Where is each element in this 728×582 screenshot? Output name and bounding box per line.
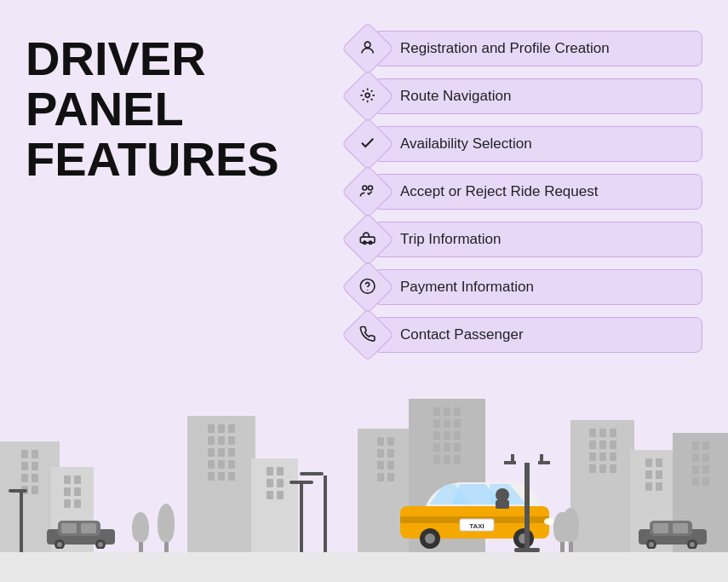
svg-rect-11 (81, 523, 96, 533)
accept-reject-label: Accept or Reject Ride Request (374, 174, 702, 210)
feature-list: Registration and Profile Creation Route … (349, 26, 702, 354)
svg-rect-29 (653, 523, 668, 533)
street-lamp (15, 489, 27, 552)
left-panel: DRIVERPANELFEATURES (26, 26, 349, 184)
double-street-lamp (504, 454, 550, 552)
svg-text:TAXI: TAXI (469, 522, 484, 530)
feature-item-navigation: Route Navigation (349, 78, 702, 115)
svg-point-32 (649, 542, 654, 547)
small-car-left (43, 510, 119, 552)
feature-item-payment: Payment Information (349, 268, 702, 306)
contact-label: Contact Passenger (374, 317, 702, 353)
availability-label: Availability Selection (374, 126, 702, 162)
building (187, 416, 255, 552)
svg-point-1 (366, 93, 370, 97)
building (570, 420, 634, 552)
page-title: DRIVERPANELFEATURES (26, 34, 349, 184)
tree (158, 504, 175, 552)
payment-label: Payment Information (374, 269, 702, 305)
tree (562, 508, 579, 552)
svg-point-2 (363, 186, 367, 190)
street-lamp (289, 481, 313, 552)
svg-point-0 (365, 42, 371, 48)
feature-item-accept-reject: Accept or Reject Ride Request (349, 173, 702, 210)
svg-point-15 (98, 542, 103, 547)
svg-rect-10 (61, 523, 77, 533)
svg-point-13 (57, 542, 62, 547)
city-scene: TAXI (0, 386, 728, 582)
feature-item-availability: Availability Selection (349, 125, 702, 163)
feature-item-contact: Contact Passenger (349, 316, 702, 354)
street-lamp (324, 472, 327, 552)
main-container: DRIVERPANELFEATURES Registration and Pro… (0, 0, 728, 392)
svg-rect-4 (361, 237, 375, 243)
ground (0, 552, 728, 582)
svg-point-21 (425, 533, 435, 544)
feature-item-trip: Trip Information (349, 221, 702, 258)
svg-rect-30 (673, 523, 688, 533)
feature-item-registration: Registration and Profile Creation (349, 30, 702, 67)
trip-label: Trip Information (374, 222, 702, 257)
tree (132, 512, 149, 552)
registration-label: Registration and Profile Creation (374, 31, 702, 66)
small-car-right (634, 510, 711, 552)
svg-point-3 (369, 186, 373, 190)
svg-point-34 (690, 542, 695, 547)
navigation-label: Route Navigation (374, 78, 702, 114)
